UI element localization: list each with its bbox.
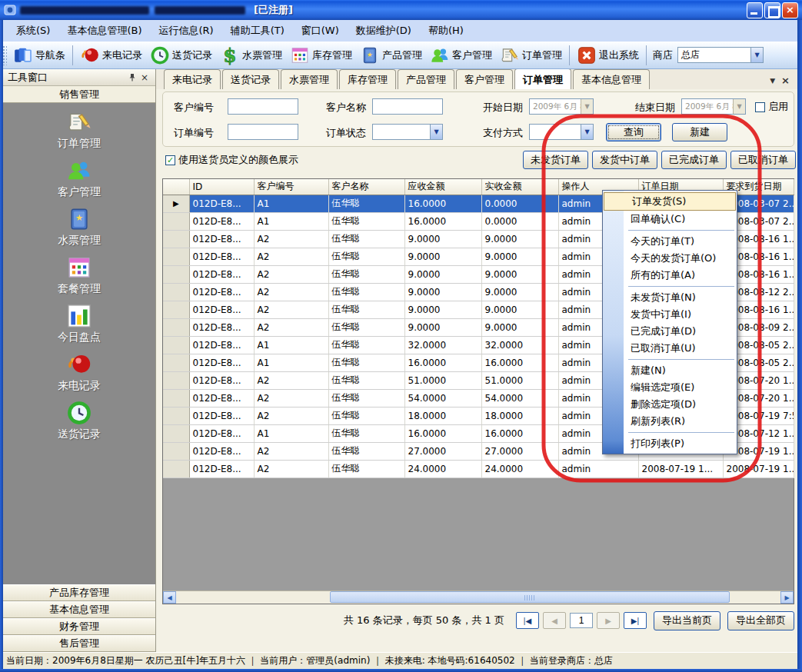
- column-header[interactable]: 应收金额: [404, 179, 481, 195]
- context-menu-item[interactable]: 已完成订单(D): [603, 323, 737, 340]
- cell-customer-code[interactable]: A2: [254, 407, 328, 424]
- context-menu-item[interactable]: 已取消订单(U): [603, 340, 737, 357]
- cell-customer-name[interactable]: 伍华聪: [328, 283, 404, 301]
- close-button[interactable]: ×: [782, 2, 798, 18]
- cell-received[interactable]: 54.0000: [481, 389, 558, 407]
- cell-received[interactable]: 9.0000: [481, 283, 558, 301]
- context-menu-item[interactable]: 回单确认(C): [603, 211, 737, 228]
- close-icon[interactable]: ×: [138, 72, 151, 84]
- cell-customer-name[interactable]: 伍华聪: [328, 301, 404, 318]
- row-selector-cell[interactable]: [163, 442, 189, 460]
- context-menu-item[interactable]: 今天的发货订单(O): [603, 250, 737, 267]
- payment-method-select[interactable]: ▼: [529, 124, 594, 140]
- row-selector-cell[interactable]: [163, 389, 189, 407]
- row-selector-cell[interactable]: ▶: [163, 195, 189, 212]
- sidebar-item-customer-mgmt[interactable]: 客户管理: [3, 151, 155, 200]
- cell-id[interactable]: 012D-E8...: [189, 195, 254, 212]
- scroll-left-icon[interactable]: ◀: [163, 591, 176, 604]
- cell-received[interactable]: 9.0000: [481, 265, 558, 283]
- cell-customer-code[interactable]: A2: [254, 318, 328, 336]
- cell-id[interactable]: 012D-E8...: [189, 230, 254, 248]
- status-filter-button[interactable]: 已完成订单: [661, 151, 727, 169]
- tab[interactable]: 订单管理: [514, 68, 571, 89]
- row-selector-cell[interactable]: [163, 407, 189, 424]
- scrollbar-track[interactable]: [176, 591, 780, 604]
- cell-customer-name[interactable]: 伍华聪: [328, 354, 404, 371]
- cell-customer-code[interactable]: A1: [254, 354, 328, 371]
- context-menu-item[interactable]: 订单发货(S): [604, 192, 736, 211]
- chevron-down-icon[interactable]: ▼: [733, 99, 745, 114]
- toolbar-delivery-log-button[interactable]: 送货记录: [146, 44, 216, 67]
- page-number-input[interactable]: [570, 613, 593, 628]
- menu-item[interactable]: 系统(S): [8, 21, 58, 41]
- sidebar-group-bar[interactable]: 基本信息管理: [3, 601, 155, 618]
- tab[interactable]: 送货记录: [222, 69, 279, 89]
- tab[interactable]: 基本信息管理: [573, 69, 650, 89]
- export-current-page-button[interactable]: 导出当前页: [654, 611, 720, 630]
- horizontal-scrollbar[interactable]: ◀ ▶: [163, 590, 794, 604]
- menu-item[interactable]: 运行信息(R): [150, 21, 221, 41]
- cell-receivable[interactable]: 32.0000: [404, 336, 481, 354]
- cell-operator[interactable]: admin: [558, 460, 638, 477]
- toolbar-water-ticket-button[interactable]: $ 水票管理: [216, 44, 286, 67]
- cell-customer-name[interactable]: 伍华聪: [328, 460, 404, 477]
- chevron-down-icon[interactable]: ▼: [581, 125, 593, 139]
- query-button[interactable]: 查询: [606, 123, 661, 141]
- chevron-down-icon[interactable]: ▼: [581, 99, 593, 114]
- prev-page-button[interactable]: ◀: [543, 612, 566, 629]
- cell-customer-name[interactable]: 伍华聪: [328, 407, 404, 424]
- cell-customer-code[interactable]: A2: [254, 265, 328, 283]
- menu-item[interactable]: 辅助工具(T): [222, 21, 293, 41]
- cell-received[interactable]: 9.0000: [481, 301, 558, 318]
- context-menu-item[interactable]: 未发货订单(N): [603, 289, 737, 306]
- toolbar-inventory-button[interactable]: 库存管理: [286, 44, 356, 67]
- cell-receivable[interactable]: 54.0000: [404, 389, 481, 407]
- tab[interactable]: 水票管理: [281, 69, 338, 89]
- cell-id[interactable]: 012D-E8...: [189, 248, 254, 265]
- checkbox-check-icon[interactable]: ✓: [165, 155, 175, 165]
- row-selector-cell[interactable]: [163, 212, 189, 230]
- context-menu-item[interactable]: 新建(N): [603, 362, 737, 379]
- cell-receivable[interactable]: 16.0000: [404, 424, 481, 442]
- context-menu-item[interactable]: 所有的订单(A): [603, 267, 737, 284]
- cell-id[interactable]: 012D-E8...: [189, 336, 254, 354]
- cell-receivable[interactable]: 51.0000: [404, 371, 481, 389]
- tab[interactable]: 产品管理: [398, 69, 454, 89]
- cell-customer-name[interactable]: 伍华聪: [328, 442, 404, 460]
- order-status-select[interactable]: ▼: [372, 124, 443, 140]
- cell-receivable[interactable]: 18.0000: [404, 407, 481, 424]
- cell-customer-code[interactable]: A2: [254, 389, 328, 407]
- status-filter-button[interactable]: 已取消订单: [730, 151, 796, 169]
- context-menu-item[interactable]: 打印列表(P): [603, 435, 737, 452]
- cell-required-date[interactable]: 2008-07-19 1...: [723, 460, 794, 477]
- column-header[interactable]: ID: [189, 179, 254, 195]
- cell-id[interactable]: 012D-E8...: [189, 460, 254, 477]
- cell-customer-code[interactable]: A2: [254, 230, 328, 248]
- column-header[interactable]: [163, 179, 189, 195]
- scrollbar-thumb[interactable]: [330, 591, 730, 603]
- cell-receivable[interactable]: 16.0000: [404, 212, 481, 230]
- enable-checkbox[interactable]: 启用: [755, 100, 788, 114]
- cell-customer-code[interactable]: A1: [254, 336, 328, 354]
- cell-receivable[interactable]: 9.0000: [404, 301, 481, 318]
- cell-customer-code[interactable]: A1: [254, 195, 328, 212]
- first-page-button[interactable]: |◀: [516, 612, 539, 629]
- menu-item[interactable]: 窗口(W): [293, 21, 348, 41]
- cell-id[interactable]: 012D-E8...: [189, 212, 254, 230]
- cell-received[interactable]: 0.0000: [481, 212, 558, 230]
- cell-customer-name[interactable]: 伍华聪: [328, 424, 404, 442]
- context-menu-item[interactable]: [603, 284, 737, 289]
- cell-id[interactable]: 012D-E8...: [189, 318, 254, 336]
- row-selector-cell[interactable]: [163, 460, 189, 477]
- tab[interactable]: 客户管理: [456, 69, 513, 89]
- sidebar-group-bar[interactable]: 产品库存管理: [3, 584, 155, 601]
- cell-customer-code[interactable]: A2: [254, 301, 328, 318]
- sidebar-group-bar[interactable]: 财务管理: [3, 618, 155, 635]
- cell-id[interactable]: 012D-E8...: [189, 371, 254, 389]
- cell-customer-name[interactable]: 伍华聪: [328, 212, 404, 230]
- cell-received[interactable]: 9.0000: [481, 230, 558, 248]
- row-selector-cell[interactable]: [163, 248, 189, 265]
- row-selector-cell[interactable]: [163, 230, 189, 248]
- context-menu-item[interactable]: 删除选定项(D): [603, 396, 737, 413]
- cell-received[interactable]: 9.0000: [481, 318, 558, 336]
